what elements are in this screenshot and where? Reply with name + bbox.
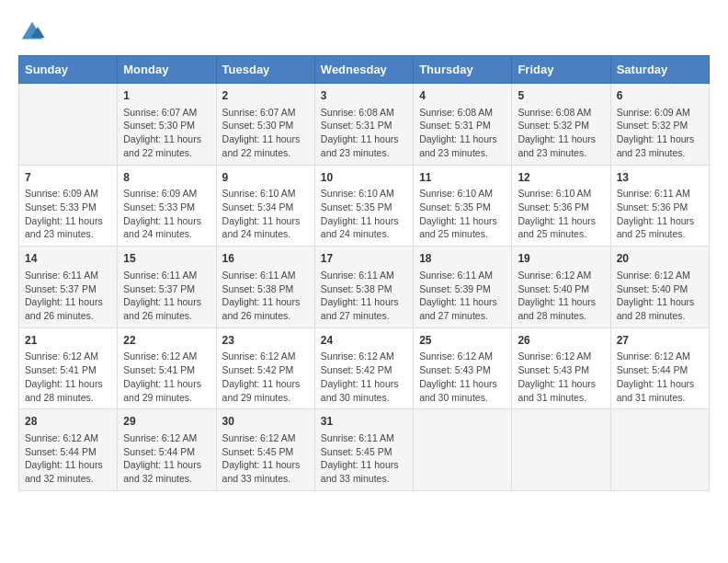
- day-number: 9: [222, 170, 309, 186]
- day-number: 29: [123, 414, 210, 430]
- calendar-cell: 1Sunrise: 6:07 AM Sunset: 5:30 PM Daylig…: [118, 84, 216, 166]
- day-number: 15: [123, 251, 210, 267]
- header-monday: Monday: [118, 56, 216, 84]
- day-number: 27: [617, 333, 703, 349]
- calendar-cell: 28Sunrise: 6:12 AM Sunset: 5:44 PM Dayli…: [19, 409, 118, 491]
- calendar-cell: 11Sunrise: 6:10 AM Sunset: 5:35 PM Dayli…: [414, 165, 512, 247]
- day-info: Sunrise: 6:12 AM Sunset: 5:44 PM Dayligh…: [123, 431, 210, 486]
- week-row-2: 7Sunrise: 6:09 AM Sunset: 5:33 PM Daylig…: [19, 165, 710, 247]
- calendar-cell: 22Sunrise: 6:12 AM Sunset: 5:41 PM Dayli…: [118, 327, 216, 409]
- calendar-cell: 3Sunrise: 6:08 AM Sunset: 5:31 PM Daylig…: [314, 84, 413, 166]
- day-number: 2: [222, 88, 309, 104]
- logo-icon: [18, 18, 46, 46]
- header-wednesday: Wednesday: [314, 56, 413, 84]
- day-info: Sunrise: 6:07 AM Sunset: 5:30 PM Dayligh…: [222, 106, 309, 160]
- day-number: 14: [25, 251, 111, 267]
- day-info: Sunrise: 6:12 AM Sunset: 5:41 PM Dayligh…: [123, 350, 210, 404]
- calendar-cell: 10Sunrise: 6:10 AM Sunset: 5:35 PM Dayli…: [314, 165, 413, 247]
- day-info: Sunrise: 6:12 AM Sunset: 5:41 PM Dayligh…: [25, 350, 111, 404]
- day-number: 13: [617, 170, 703, 186]
- day-number: 24: [321, 333, 407, 349]
- calendar-cell: 31Sunrise: 6:11 AM Sunset: 5:45 PM Dayli…: [314, 409, 413, 491]
- calendar-cell: [610, 409, 709, 491]
- day-number: 16: [222, 251, 309, 267]
- day-number: 30: [222, 414, 309, 430]
- day-number: 1: [123, 88, 210, 104]
- calendar-header-row: SundayMondayTuesdayWednesdayThursdayFrid…: [19, 56, 710, 84]
- page-header: [18, 18, 710, 46]
- day-number: 8: [123, 170, 210, 186]
- calendar-cell: 2Sunrise: 6:07 AM Sunset: 5:30 PM Daylig…: [216, 84, 314, 166]
- calendar-cell: 20Sunrise: 6:12 AM Sunset: 5:40 PM Dayli…: [610, 247, 709, 328]
- day-info: Sunrise: 6:11 AM Sunset: 5:39 PM Dayligh…: [419, 269, 506, 323]
- day-info: Sunrise: 6:11 AM Sunset: 5:38 PM Dayligh…: [321, 269, 407, 323]
- day-number: 5: [518, 88, 604, 104]
- header-tuesday: Tuesday: [216, 56, 314, 84]
- day-info: Sunrise: 6:09 AM Sunset: 5:33 PM Dayligh…: [123, 187, 210, 241]
- day-number: 11: [419, 170, 506, 186]
- day-number: 18: [419, 251, 506, 267]
- day-info: Sunrise: 6:08 AM Sunset: 5:31 PM Dayligh…: [321, 106, 407, 160]
- day-number: 22: [123, 333, 210, 349]
- day-number: 3: [321, 88, 407, 104]
- day-info: Sunrise: 6:12 AM Sunset: 5:40 PM Dayligh…: [617, 269, 703, 323]
- calendar-cell: 25Sunrise: 6:12 AM Sunset: 5:43 PM Dayli…: [414, 327, 512, 409]
- week-row-5: 28Sunrise: 6:12 AM Sunset: 5:44 PM Dayli…: [19, 409, 710, 491]
- week-row-3: 14Sunrise: 6:11 AM Sunset: 5:37 PM Dayli…: [19, 247, 710, 328]
- day-info: Sunrise: 6:11 AM Sunset: 5:37 PM Dayligh…: [25, 269, 111, 323]
- day-number: 21: [25, 333, 111, 349]
- day-number: 6: [617, 88, 703, 104]
- day-info: Sunrise: 6:12 AM Sunset: 5:42 PM Dayligh…: [321, 350, 407, 404]
- week-row-4: 21Sunrise: 6:12 AM Sunset: 5:41 PM Dayli…: [19, 327, 710, 409]
- calendar-cell: 16Sunrise: 6:11 AM Sunset: 5:38 PM Dayli…: [216, 247, 314, 328]
- calendar-cell: 29Sunrise: 6:12 AM Sunset: 5:44 PM Dayli…: [118, 409, 216, 491]
- header-friday: Friday: [512, 56, 610, 84]
- day-number: 28: [25, 414, 111, 430]
- day-info: Sunrise: 6:12 AM Sunset: 5:43 PM Dayligh…: [419, 350, 506, 404]
- day-info: Sunrise: 6:09 AM Sunset: 5:32 PM Dayligh…: [617, 106, 703, 160]
- day-info: Sunrise: 6:12 AM Sunset: 5:42 PM Dayligh…: [222, 350, 309, 404]
- calendar-cell: 6Sunrise: 6:09 AM Sunset: 5:32 PM Daylig…: [610, 84, 709, 166]
- calendar-cell: 17Sunrise: 6:11 AM Sunset: 5:38 PM Dayli…: [314, 247, 413, 328]
- day-info: Sunrise: 6:10 AM Sunset: 5:34 PM Dayligh…: [222, 187, 309, 241]
- day-number: 10: [321, 170, 407, 186]
- day-info: Sunrise: 6:08 AM Sunset: 5:31 PM Dayligh…: [419, 106, 506, 160]
- calendar-cell: 15Sunrise: 6:11 AM Sunset: 5:37 PM Dayli…: [118, 247, 216, 328]
- day-info: Sunrise: 6:11 AM Sunset: 5:36 PM Dayligh…: [617, 187, 703, 241]
- day-number: 17: [321, 251, 407, 267]
- calendar-cell: 9Sunrise: 6:10 AM Sunset: 5:34 PM Daylig…: [216, 165, 314, 247]
- day-number: 26: [518, 333, 604, 349]
- day-info: Sunrise: 6:12 AM Sunset: 5:44 PM Dayligh…: [617, 350, 703, 404]
- day-info: Sunrise: 6:10 AM Sunset: 5:35 PM Dayligh…: [321, 187, 407, 241]
- day-number: 20: [617, 251, 703, 267]
- day-info: Sunrise: 6:10 AM Sunset: 5:36 PM Dayligh…: [518, 187, 604, 241]
- calendar-cell: 4Sunrise: 6:08 AM Sunset: 5:31 PM Daylig…: [414, 84, 512, 166]
- week-row-1: 1Sunrise: 6:07 AM Sunset: 5:30 PM Daylig…: [19, 84, 710, 166]
- calendar-cell: 14Sunrise: 6:11 AM Sunset: 5:37 PM Dayli…: [19, 247, 118, 328]
- header-sunday: Sunday: [19, 56, 118, 84]
- logo: [18, 18, 50, 46]
- day-number: 12: [518, 170, 604, 186]
- calendar-cell: 26Sunrise: 6:12 AM Sunset: 5:43 PM Dayli…: [512, 327, 610, 409]
- day-number: 7: [25, 170, 111, 186]
- day-info: Sunrise: 6:09 AM Sunset: 5:33 PM Dayligh…: [25, 187, 111, 241]
- header-saturday: Saturday: [610, 56, 709, 84]
- day-number: 31: [321, 414, 407, 430]
- day-number: 4: [419, 88, 506, 104]
- day-info: Sunrise: 6:11 AM Sunset: 5:45 PM Dayligh…: [321, 431, 407, 486]
- calendar-cell: 21Sunrise: 6:12 AM Sunset: 5:41 PM Dayli…: [19, 327, 118, 409]
- day-info: Sunrise: 6:12 AM Sunset: 5:43 PM Dayligh…: [518, 350, 604, 404]
- day-number: 23: [222, 333, 309, 349]
- day-number: 25: [419, 333, 506, 349]
- calendar-cell: [414, 409, 512, 491]
- day-info: Sunrise: 6:12 AM Sunset: 5:40 PM Dayligh…: [518, 269, 604, 323]
- calendar-cell: 24Sunrise: 6:12 AM Sunset: 5:42 PM Dayli…: [314, 327, 413, 409]
- calendar-cell: [512, 409, 610, 491]
- calendar-cell: 7Sunrise: 6:09 AM Sunset: 5:33 PM Daylig…: [19, 165, 118, 247]
- day-info: Sunrise: 6:08 AM Sunset: 5:32 PM Dayligh…: [518, 106, 604, 160]
- header-thursday: Thursday: [414, 56, 512, 84]
- calendar-cell: [19, 84, 118, 166]
- calendar-cell: 27Sunrise: 6:12 AM Sunset: 5:44 PM Dayli…: [610, 327, 709, 409]
- day-info: Sunrise: 6:11 AM Sunset: 5:38 PM Dayligh…: [222, 269, 309, 323]
- calendar-cell: 18Sunrise: 6:11 AM Sunset: 5:39 PM Dayli…: [414, 247, 512, 328]
